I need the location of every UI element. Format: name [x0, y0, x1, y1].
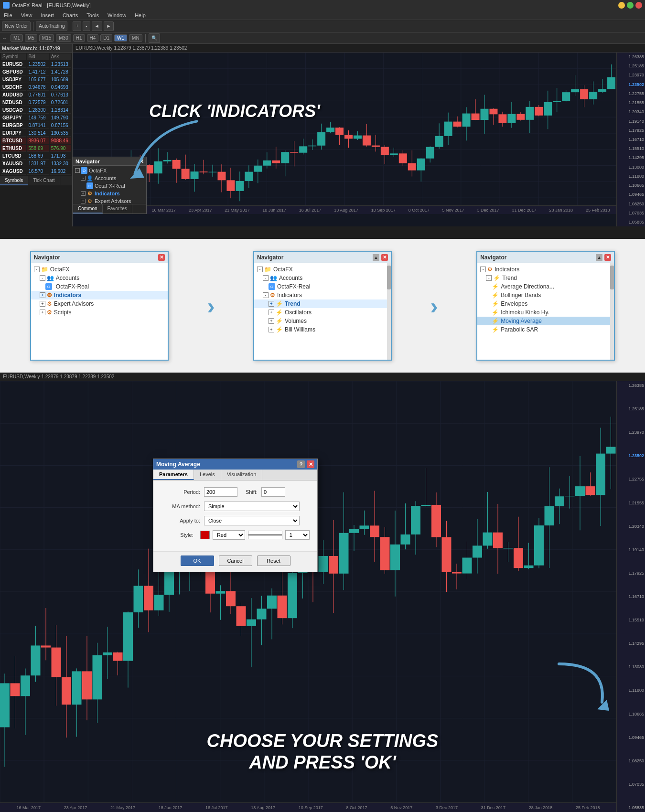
color-select[interactable]: Red Blue Green [213, 530, 245, 540]
nwt1-ea[interactable]: + ⚙ Expert Advisors [31, 299, 168, 308]
nwt1-expand-indicators[interactable]: + [40, 292, 45, 298]
scroll-right-button[interactable]: ► [104, 21, 114, 31]
tf-mn[interactable]: MN [129, 34, 142, 42]
menu-window[interactable]: Window [106, 12, 128, 18]
period-input[interactable] [204, 487, 237, 497]
market-watch-row[interactable]: GBPUSD1.417121.41728 [1, 69, 71, 75]
symbols-tab[interactable]: Symbols [0, 176, 28, 185]
favorites-tab[interactable]: Favorites [103, 204, 132, 214]
menu-charts[interactable]: Charts [61, 12, 80, 18]
nwt2-collapse-indicators[interactable]: - [263, 292, 269, 298]
menu-help[interactable]: Help [133, 12, 148, 18]
market-watch-row[interactable]: GBPJPY149.759149.790 [1, 115, 71, 121]
nwt2-expand-osc[interactable]: + [269, 310, 274, 315]
scroll-left-button[interactable]: ◄ [92, 21, 102, 31]
nwt3-bb[interactable]: ⚡ Bollinger Bands [477, 291, 614, 299]
market-watch-row[interactable]: AUDUSD0.776010.77613 [1, 92, 71, 98]
menu-tools[interactable]: Tools [85, 12, 101, 18]
nwt3-env[interactable]: ⚡ Envelopes [477, 299, 614, 308]
market-watch-row[interactable]: XAUUSD1331.971332.30 [1, 160, 71, 167]
nwt3-trend[interactable]: - ⚡ Trend [477, 274, 614, 282]
nav3-scrollbar[interactable] [610, 263, 614, 360]
nwt3-ma[interactable]: ⚡ Moving Average [477, 317, 614, 325]
nwt1-accounts[interactable]: - 👥 Accounts [31, 274, 168, 282]
auto-trading-button[interactable]: AutoTrading [36, 21, 67, 31]
market-watch-row[interactable]: USDCAD1.283001.28314 [1, 107, 71, 114]
tf-m1[interactable]: M1 [11, 34, 23, 42]
nwt3-adx[interactable]: ⚡ Average Directiona... [477, 282, 614, 291]
nwt3-ichimoku[interactable]: ⚡ Ichimoku Kinko Hy. [477, 308, 614, 317]
nwt1-indicators[interactable]: + ⚙ Indicators [31, 291, 168, 299]
collapse-accounts[interactable]: - [81, 176, 86, 181]
nwt2-expand-trend[interactable]: + [269, 301, 274, 307]
close-button[interactable] [635, 2, 642, 9]
dialog-help-button[interactable]: ? [297, 460, 305, 468]
nwt2-root[interactable]: - 📁 OctaFX [254, 265, 391, 274]
collapse-icon[interactable]: - [75, 168, 80, 173]
market-watch-row[interactable]: EURJPY130.514130.535 [1, 130, 71, 137]
ma-method-select[interactable]: Simple Exponential Smoothed Linear Weigh… [204, 502, 300, 511]
shift-input[interactable] [261, 487, 285, 497]
nwt1-octafx-real[interactable]: O OctaFX-Real [31, 282, 168, 291]
nav-win-close-1[interactable]: ✕ [158, 254, 165, 261]
zoom-out-button[interactable]: - [83, 21, 90, 31]
nwt2-billwilliams[interactable]: + ⚡ Bill Williams [254, 325, 391, 334]
menu-insert[interactable]: Insert [39, 12, 56, 18]
new-order-button[interactable]: New Order [2, 21, 31, 31]
nwt1-expand-ea[interactable]: + [40, 301, 45, 307]
apply-to-select[interactable]: Close Open High Low [204, 516, 300, 525]
nav2-scroll-thumb[interactable] [387, 266, 391, 289]
nav-win-close-2[interactable]: ✕ [381, 254, 388, 261]
tf-h1[interactable]: H1 [73, 34, 85, 42]
dialog-tab-visualization[interactable]: Visualization [221, 470, 263, 480]
market-watch-row[interactable]: EURUSD1.235021.23513 [1, 61, 71, 68]
line-width-select[interactable]: 1 2 3 [285, 530, 310, 540]
tf-d1[interactable]: D1 [100, 34, 112, 42]
nwt3-collapse-trend[interactable]: - [486, 275, 492, 281]
nwt3-sar[interactable]: ⚡ Parabolic SAR [477, 325, 614, 334]
nav-win-scroll-3[interactable]: ▲ [596, 254, 602, 261]
market-watch-row[interactable]: USDJPY105.677105.689 [1, 76, 71, 83]
menu-file[interactable]: File [2, 12, 14, 18]
tf-h4[interactable]: H4 [87, 34, 99, 42]
minimize-button[interactable] [618, 2, 625, 9]
nwt2-oscillators[interactable]: + ⚡ Oscillators [254, 308, 391, 317]
nwt3-indicators[interactable]: - ⚙ Indicators [477, 265, 614, 274]
nwt2-collapse-root[interactable]: - [257, 267, 263, 272]
nwt2-expand-accounts[interactable]: - [263, 275, 269, 281]
ok-button[interactable]: OK [181, 556, 214, 566]
tf-m5[interactable]: M5 [25, 34, 37, 42]
market-watch-row[interactable]: NZDUSD0.725790.72601 [1, 99, 71, 106]
maximize-button[interactable] [627, 2, 634, 9]
nwt2-octafx-real[interactable]: O OctaFX-Real [254, 282, 391, 291]
nwt2-expand-vol[interactable]: + [269, 318, 274, 324]
color-picker[interactable] [200, 531, 210, 539]
common-tab[interactable]: Common [73, 204, 103, 214]
market-watch-row[interactable]: LTCUSD168.69171.93 [1, 153, 71, 160]
nav2-scrollbar[interactable] [387, 263, 391, 360]
menu-view[interactable]: View [19, 12, 34, 18]
tf-m15[interactable]: M15 [39, 34, 54, 42]
market-watch-row[interactable]: BTCUSD8936.079088.46 [1, 138, 71, 144]
market-watch-row[interactable]: ETHUSD558.69576.90 [1, 145, 71, 152]
tf-m30[interactable]: M30 [56, 34, 71, 42]
nav-indicators[interactable]: + ⚙ Indicators [79, 190, 146, 197]
nwt2-volumes[interactable]: + ⚡ Volumes [254, 317, 391, 325]
search-button[interactable]: 🔍 [149, 33, 160, 43]
dialog-close-button[interactable]: ✕ [307, 460, 314, 468]
nwt1-collapse-root[interactable]: - [34, 267, 40, 272]
nwt1-scripts[interactable]: + ⚙ Scripts [31, 308, 168, 317]
nav3-scroll-thumb[interactable] [610, 266, 614, 289]
nwt2-accounts[interactable]: - 👥 Accounts [254, 274, 391, 282]
reset-button[interactable]: Reset [257, 556, 290, 566]
dialog-tab-levels[interactable]: Levels [194, 470, 221, 480]
tick-chart-tab[interactable]: Tick Chart [28, 176, 60, 185]
nav-win-close-3[interactable]: ✕ [604, 254, 611, 261]
expand-ea[interactable]: + [81, 199, 86, 203]
tf-w1[interactable]: W1 [114, 34, 127, 42]
nwt1-expand-accounts[interactable]: - [40, 275, 45, 281]
expand-indicators[interactable]: + [81, 191, 86, 196]
market-watch-row[interactable]: XAGUSD16.57016.602 [1, 168, 71, 175]
cancel-button[interactable]: Cancel [219, 556, 252, 566]
nwt2-expand-bw[interactable]: + [269, 327, 274, 332]
